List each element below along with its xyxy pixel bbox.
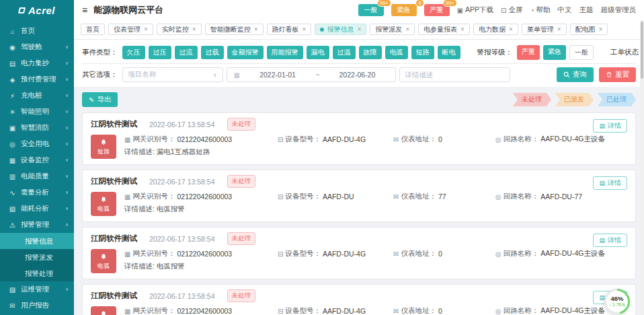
detail-button[interactable]: ▤详情	[593, 176, 627, 190]
close-icon[interactable]: ×	[192, 26, 196, 33]
menu-icon: ⚠	[8, 221, 17, 229]
legend-已处理[interactable]: 已处理	[598, 93, 636, 106]
header-link-帮助[interactable]: ◔帮助	[530, 5, 550, 15]
legend-未处理[interactable]: 未处理	[513, 93, 551, 106]
close-icon[interactable]: ×	[460, 26, 465, 33]
tab-路灯看板[interactable]: 路灯看板×	[267, 24, 312, 35]
event-type-过温[interactable]: 过温	[333, 46, 356, 59]
sidebar-item-智慧消防[interactable]: ▣智慧消防∨	[0, 120, 74, 136]
description-label: 详情描述:	[124, 262, 157, 270]
tab-电力数据[interactable]: 电力数据×	[473, 24, 518, 35]
date-separator: ~	[315, 71, 319, 79]
close-icon[interactable]: ×	[509, 26, 513, 33]
chevron-icon: ∨	[65, 61, 69, 66]
status-tag: 未处理	[227, 289, 256, 302]
date-range-picker[interactable]: ▦ 2022-01-01 ~ 2022-06-20	[227, 67, 396, 82]
search-button[interactable]: 查询	[557, 67, 594, 82]
sidebar-item-安全用电[interactable]: ◎安全用电∨	[0, 136, 74, 152]
sidebar-subitem-报警派发[interactable]: 报警派发	[0, 249, 74, 265]
header-link-全屏[interactable]: ⊡全屏	[501, 5, 522, 15]
project-select[interactable]: 项目名称 ∨	[122, 67, 223, 82]
sidebar-item-智能照明[interactable]: ☀智能照明∨	[0, 104, 74, 120]
alarm-badge-严重[interactable]: 严重99+	[424, 4, 450, 16]
event-type-用能报警[interactable]: 用能报警	[267, 46, 303, 59]
event-type-过压[interactable]: 过压	[149, 46, 171, 59]
event-type-金额报警[interactable]: 金额报警	[227, 46, 264, 59]
reset-button[interactable]: 重置	[599, 67, 636, 82]
header-link-中文[interactable]: 中文	[558, 5, 572, 15]
collapse-menu-icon[interactable]: ≡	[82, 5, 87, 15]
export-button[interactable]: ✎ 导出	[82, 92, 118, 107]
tab-报警信息[interactable]: 报警信息×	[315, 24, 366, 35]
sidebar-item-报警管理[interactable]: ⚠报警管理∧	[0, 217, 74, 233]
gateway-label: 网关识别号：	[132, 249, 175, 258]
alarm-level-紧急[interactable]: 紧急	[543, 45, 566, 60]
tab-报警派发[interactable]: 报警派发×	[370, 24, 415, 35]
tab-实时监控[interactable]: 实时监控×	[157, 24, 202, 35]
status-tag: 未处理	[227, 118, 256, 131]
tab-配电图[interactable]: 配电图×	[570, 24, 608, 35]
scrollbar-thumb[interactable]	[641, 22, 643, 79]
tab-智能微断监控[interactable]: 智能微断监控×	[205, 24, 264, 35]
alarm-badge-一般[interactable]: 一般99+	[358, 4, 384, 16]
sidebar: Acrel ⌂首页◉驾驶舱∨▤电力集抄∨◈预付费管理∨⚡充电桩∨☀智能照明∨▣智…	[0, 0, 74, 315]
event-type-chips: 欠压过压过流过载金额报警用能报警漏电过温故障电弧短路断电	[122, 46, 460, 59]
tab-仪表管理[interactable]: 仪表管理×	[108, 24, 153, 35]
alarm-type-badge: 电弧	[91, 192, 116, 216]
link-label: 全屏	[508, 5, 522, 15]
status-tag: 未处理	[227, 175, 256, 188]
address-value: 0	[438, 307, 442, 315]
event-type-断电[interactable]: 断电	[438, 46, 460, 59]
close-icon[interactable]: ×	[254, 26, 258, 33]
event-type-故障[interactable]: 故障	[359, 46, 382, 59]
sidebar-item-充电桩[interactable]: ⚡充电桩∨	[0, 88, 74, 104]
sidebar-subitem-报警处理[interactable]: 报警处理	[0, 265, 74, 281]
tab-菜单管理[interactable]: 菜单管理×	[522, 24, 567, 35]
detail-button[interactable]: ▤详情	[593, 119, 627, 133]
link-icon: ◔	[530, 7, 534, 14]
sidebar-item-设备监控[interactable]: ▦设备监控∨	[0, 152, 74, 168]
network-percent: 46%	[610, 295, 623, 302]
alarm-level-一般[interactable]: 一般	[569, 45, 594, 60]
description-field: 详情描述: 电弧报警	[124, 205, 627, 214]
sidebar-item-用户报告[interactable]: ✉用户报告	[0, 298, 74, 314]
description-label: 详情描述:	[124, 205, 157, 213]
event-type-电弧[interactable]: 电弧	[385, 46, 408, 59]
sidebar-item-预付费管理[interactable]: ◈预付费管理∨	[0, 71, 74, 88]
close-icon[interactable]: ×	[357, 26, 361, 33]
network-monitor-widget[interactable]: 46% ↓ 1.7K/s	[604, 289, 630, 314]
alarm-info-line: ▦网关识别号：02122042600003⊟设备型号：AAFD-DU✉仪表地址：…	[124, 192, 627, 201]
sidebar-item-驾驶舱[interactable]: ◉驾驶舱∨	[0, 39, 74, 55]
device-icon: ⊟	[278, 136, 283, 143]
tab-首页[interactable]: 首页	[81, 24, 105, 35]
alarm-badge-紧急[interactable]: 紧急9	[391, 4, 417, 16]
close-icon[interactable]: ×	[599, 26, 603, 33]
topbar-right: 一般99+紧急9严重99+▣APP下载⊡全屏◔帮助中文主题超级管理员	[358, 4, 636, 16]
detail-button[interactable]: ▤详情	[593, 234, 627, 247]
sidebar-item-电力集抄[interactable]: ▤电力集抄∨	[0, 55, 74, 71]
legend-已派发[interactable]: 已派发	[555, 93, 594, 106]
event-type-过载[interactable]: 过载	[201, 46, 224, 59]
close-icon[interactable]: ×	[557, 26, 561, 33]
alarm-level-严重[interactable]: 严重	[517, 45, 540, 60]
close-icon[interactable]: ×	[303, 26, 307, 33]
reset-button-label: 重置	[615, 70, 629, 79]
header-link-APP下载[interactable]: ▣APP下载	[457, 5, 493, 15]
sidebar-item-运维管理[interactable]: ▨运维管理∨	[0, 281, 74, 298]
event-type-欠压[interactable]: 欠压	[122, 46, 145, 59]
header-link-主题[interactable]: 主题	[579, 5, 594, 15]
tab-电参量报表[interactable]: 电参量报表×	[418, 24, 470, 35]
sidebar-item-首页[interactable]: ⌂首页	[0, 23, 74, 39]
header-link-超级管理员[interactable]: 超级管理员	[601, 5, 637, 15]
event-type-过流[interactable]: 过流	[175, 46, 198, 59]
sidebar-item-电能质量[interactable]: ▥电能质量∨	[0, 168, 74, 184]
close-icon[interactable]: ×	[405, 26, 409, 33]
close-icon[interactable]: ×	[144, 26, 148, 33]
sidebar-item-需量分析[interactable]: ∿需量分析∨	[0, 184, 74, 201]
description-input[interactable]	[399, 67, 510, 82]
event-type-漏电[interactable]: 漏电	[307, 46, 329, 59]
sidebar-subitem-报警信息[interactable]: 报警信息	[0, 233, 74, 249]
event-type-短路[interactable]: 短路	[411, 46, 434, 59]
sidebar-item-label: 首页	[21, 26, 69, 36]
sidebar-item-能耗分析[interactable]: ▧能耗分析∨	[0, 201, 74, 217]
